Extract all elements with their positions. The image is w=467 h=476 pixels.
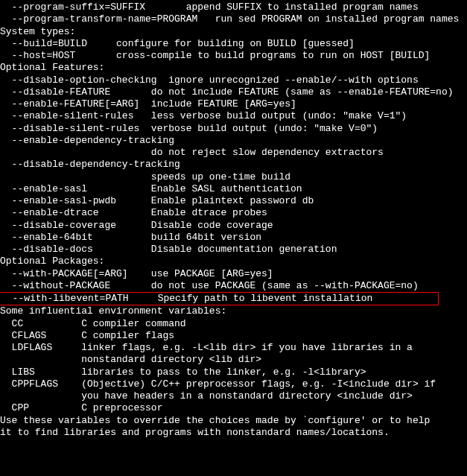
terminal-line: speeds up one-time build — [0, 171, 467, 183]
terminal-line: --without-PACKAGE do not use PACKAGE (sa… — [0, 280, 467, 292]
terminal-line: --disable-dependency-tracking — [0, 159, 467, 171]
terminal-line: it to find libraries and programs with n… — [0, 427, 467, 439]
terminal-line: LIBS libraries to pass to the linker, e.… — [0, 366, 467, 378]
terminal-line: CPPFLAGS (Objective) C/C++ preprocessor … — [0, 378, 467, 390]
terminal-line: --enable-silent-rules less verbose build… — [0, 110, 467, 122]
terminal-line: Use these variables to override the choi… — [0, 415, 467, 427]
terminal-line: do not reject slow dependency extractors — [0, 147, 467, 159]
terminal-line: CFLAGS C compiler flags — [0, 330, 467, 342]
terminal-line: --disable-option-checking ignore unrecog… — [0, 74, 467, 86]
terminal-line: CC C compiler command — [0, 318, 467, 330]
terminal-line: --build=BUILD configure for building on … — [0, 38, 467, 50]
terminal-line: --enable-FEATURE[=ARG] include FEATURE [… — [0, 98, 467, 110]
terminal-line: --enable-sasl Enable SASL authentication — [0, 183, 467, 195]
terminal-line: --program-transform-name=PROGRAM run sed… — [0, 13, 467, 25]
terminal-line: CPP C preprocessor — [0, 402, 467, 414]
terminal-line: System types: — [0, 26, 467, 38]
terminal-line: --disable-docs Disable documentation gen… — [0, 244, 467, 256]
terminal-line: --enable-dependency-tracking — [0, 135, 467, 147]
highlight-box: --with-libevent=PATH Specify path to lib… — [0, 292, 439, 305]
terminal-line: LDFLAGS linker flags, e.g. -L<lib dir> i… — [0, 342, 467, 354]
terminal-line: Some influential environment variables: — [0, 305, 467, 317]
terminal-line: --enable-64bit build 64bit version — [0, 232, 467, 244]
terminal-line: --disable-coverage Disable code coverage — [0, 220, 467, 232]
terminal-line: --enable-sasl-pwdb Enable plaintext pass… — [0, 195, 467, 207]
terminal-line: --disable-silent-rules verbose build out… — [0, 123, 467, 135]
terminal-line: --program-suffix=SUFFIX append SUFFIX to… — [0, 1, 467, 13]
terminal-line: --with-PACKAGE[=ARG] use PACKAGE [ARG=ye… — [0, 268, 467, 280]
terminal-line: --host=HOST cross-compile to build progr… — [0, 50, 467, 62]
terminal-line: Optional Features: — [0, 62, 467, 74]
terminal-line: nonstandard directory <lib dir> — [0, 354, 467, 366]
terminal-output: --program-suffix=SUFFIX append SUFFIX to… — [0, 0, 467, 439]
terminal-line: --enable-dtrace Enable dtrace probes — [0, 207, 467, 219]
highlighted-option-line: --with-libevent=PATH Specify path to lib… — [0, 292, 467, 305]
terminal-line: you have headers in a nonstandard direct… — [0, 390, 467, 402]
terminal-line: Optional Packages: — [0, 256, 467, 267]
terminal-line: --disable-FEATURE do not include FEATURE… — [0, 86, 467, 98]
